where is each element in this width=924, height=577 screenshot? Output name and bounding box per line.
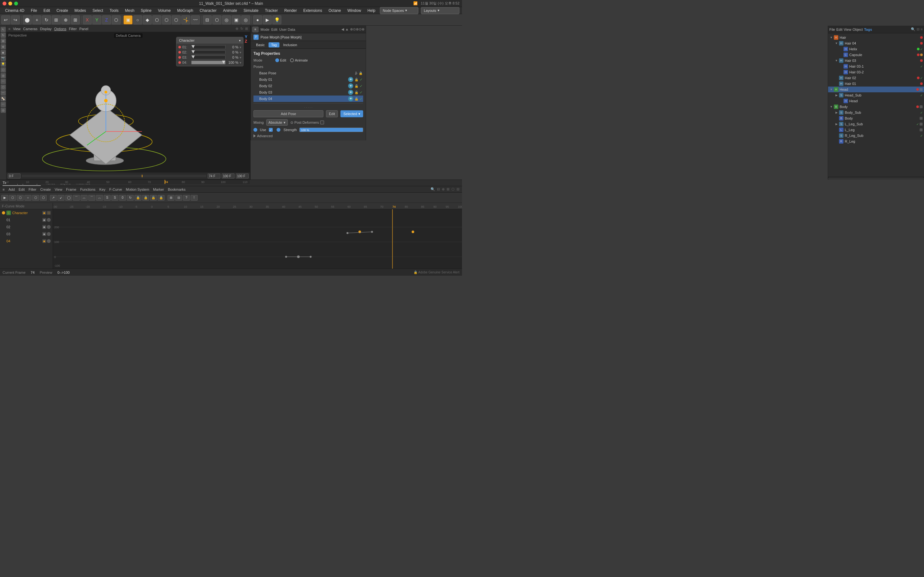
track02-icon1[interactable]: ▣: [42, 225, 46, 229]
sidebar-color[interactable]: ◎: [1, 108, 6, 113]
sidebar-mesh[interactable]: ⬡: [1, 85, 6, 90]
light-icon-btn[interactable]: 💡: [272, 15, 281, 24]
pose-bar-3[interactable]: [191, 55, 226, 59]
snap-btn[interactable]: ⊟: [203, 15, 212, 24]
z-axis-btn[interactable]: Z: [102, 15, 111, 24]
options-menu[interactable]: Options: [54, 27, 66, 31]
tl-menu-key[interactable]: Key: [99, 187, 105, 191]
filter-menu[interactable]: Filter: [69, 27, 77, 31]
panel-nav-back[interactable]: ◀: [341, 27, 344, 31]
light-btn[interactable]: ⬡: [152, 15, 162, 24]
tl-tool-5[interactable]: ⬡: [32, 195, 39, 201]
world-btn[interactable]: ⬡: [111, 15, 121, 24]
edit-button[interactable]: Edit: [326, 110, 338, 117]
sidebar-paint[interactable]: ◎: [1, 73, 6, 78]
tl-menu-motion[interactable]: Motion System: [126, 187, 149, 191]
panel-user-data-label[interactable]: User Data: [279, 27, 296, 31]
menu-window[interactable]: Window: [345, 8, 364, 13]
pose-slider-4[interactable]: 04: 100 % ▾: [176, 60, 243, 65]
menu-extensions[interactable]: Extensions: [300, 8, 325, 13]
advanced-toggle[interactable]: Advanced: [254, 134, 363, 138]
layouts-dropdown[interactable]: Layouts ▾: [421, 7, 459, 14]
viewport-ruler[interactable]: 0 10 20 30 40 50 60 70 74 80 90 100 110: [6, 179, 250, 184]
transform-btn[interactable]: ⊕: [61, 15, 70, 24]
menu-simulate[interactable]: Simulate: [241, 8, 261, 13]
pose-eye-02[interactable]: 👁: [348, 83, 353, 89]
add-pose-button[interactable]: Add Pose: [254, 110, 323, 117]
track01-icon1[interactable]: ▣: [42, 218, 46, 222]
tl-tool-8[interactable]: ↙: [57, 195, 65, 201]
sidebar-scale[interactable]: ⊞: [1, 39, 6, 44]
selected-dropdown[interactable]: Selected ▾: [341, 110, 363, 117]
pose-item-body04[interactable]: Body 04 👁 🔓 ✓: [254, 95, 363, 102]
current-frame-value[interactable]: 74: [31, 271, 35, 274]
sidebar-move[interactable]: ↖: [1, 27, 6, 32]
sidebar-hair[interactable]: 〰: [1, 102, 6, 107]
panel-menu-btn[interactable]: ≡: [252, 27, 258, 32]
pose-lock-03[interactable]: 🔓: [355, 91, 359, 94]
maximize-button[interactable]: [14, 2, 18, 5]
tl-icon5[interactable]: ⊟: [457, 187, 459, 191]
pose-item-body02[interactable]: Body 02 👁 🔓 ✓: [254, 83, 363, 89]
tl-tool-18[interactable]: 🔒: [134, 195, 142, 201]
tl-icon3[interactable]: ⊞: [447, 187, 449, 191]
tl-menu-create[interactable]: Create: [40, 187, 51, 191]
tl-tool-10[interactable]: ⌒: [73, 195, 80, 201]
char-icon2[interactable]: ⬡: [47, 211, 51, 215]
viewport-icon3[interactable]: ⊞: [245, 27, 248, 31]
menu-modes[interactable]: Modes: [72, 8, 89, 13]
camera-btn[interactable]: ○: [133, 15, 142, 24]
menu-character[interactable]: Character: [197, 8, 219, 13]
char-btn[interactable]: 🤸: [181, 15, 190, 24]
sidebar-deform[interactable]: 〰: [1, 79, 6, 84]
sidebar-light[interactable]: 💡: [1, 61, 6, 67]
pose-bar-1[interactable]: [191, 45, 226, 49]
cameras-menu[interactable]: Cameras: [23, 27, 37, 31]
pose-check-04[interactable]: ✓: [360, 97, 363, 101]
tl-tool-3[interactable]: ⬡: [17, 195, 24, 201]
menu-create[interactable]: Create: [54, 8, 71, 13]
tl-tool-14[interactable]: S: [103, 195, 111, 201]
pose-eye-03[interactable]: 👁: [348, 90, 353, 95]
paint-btn[interactable]: ◎: [241, 15, 250, 24]
x-axis-btn[interactable]: X: [83, 15, 92, 24]
model-mode-btn[interactable]: ⬤: [23, 15, 32, 24]
tl-menu-add[interactable]: Add: [8, 187, 15, 191]
material-btn[interactable]: ◎: [222, 15, 231, 24]
sidebar-transform[interactable]: ⊕: [1, 44, 6, 49]
pose-item-body03[interactable]: Body 03 👁 🔓 ✓: [254, 89, 363, 95]
menu-volume[interactable]: Volume: [155, 8, 173, 13]
tl-menu-edit[interactable]: Edit: [19, 187, 25, 191]
tl-tool-24[interactable]: ?: [183, 195, 190, 201]
menu-help[interactable]: Help: [365, 8, 378, 13]
minimize-button[interactable]: [8, 2, 12, 5]
sidebar-spline[interactable]: 〰: [1, 90, 6, 95]
tl-menu-icon[interactable]: ≡: [3, 187, 5, 191]
menu-render[interactable]: Render: [282, 8, 299, 13]
undo-btn[interactable]: ↩: [1, 15, 10, 24]
panel-mode-label[interactable]: Mode: [260, 27, 270, 31]
sculpt-btn[interactable]: ⬡: [212, 15, 221, 24]
tl-char-track[interactable]: C Character ▣ ⬡: [0, 210, 53, 216]
viewport-frame-current[interactable]: 74 F: [208, 173, 220, 179]
animate-mode-btn[interactable]: ▶: [263, 15, 272, 24]
tl-tool-2[interactable]: ⬡: [9, 195, 16, 201]
menu-select[interactable]: Select: [90, 8, 105, 13]
tl-track-01[interactable]: 01 ▣: [0, 216, 53, 223]
tl-track-02[interactable]: 02 ▣: [0, 223, 53, 230]
mixing-dropdown[interactable]: Absolute ▾: [266, 119, 288, 126]
pose-lock-02[interactable]: 🔓: [355, 84, 359, 88]
edit-mode-btn[interactable]: ●: [253, 15, 262, 24]
tl-track-03[interactable]: 03 ▣: [0, 230, 53, 237]
tl-tool-1[interactable]: ▶: [1, 195, 8, 201]
viewport-frame-end[interactable]: 100 F: [222, 173, 234, 179]
pose-check-01[interactable]: ✓: [360, 77, 363, 82]
viewport-canvas[interactable]: Perspective Default Camera: [6, 32, 250, 179]
tl-menu-frame[interactable]: Frame: [66, 187, 76, 191]
tl-filter-icon[interactable]: ⊟: [437, 187, 440, 191]
tab-basic[interactable]: Basic: [254, 42, 267, 47]
radio-animate[interactable]: Animate: [290, 58, 308, 62]
sidebar-obj[interactable]: ◆: [1, 50, 6, 55]
viewport-frame-end2[interactable]: 100 F: [236, 173, 249, 179]
tl-tool-17[interactable]: ↻: [127, 195, 134, 201]
